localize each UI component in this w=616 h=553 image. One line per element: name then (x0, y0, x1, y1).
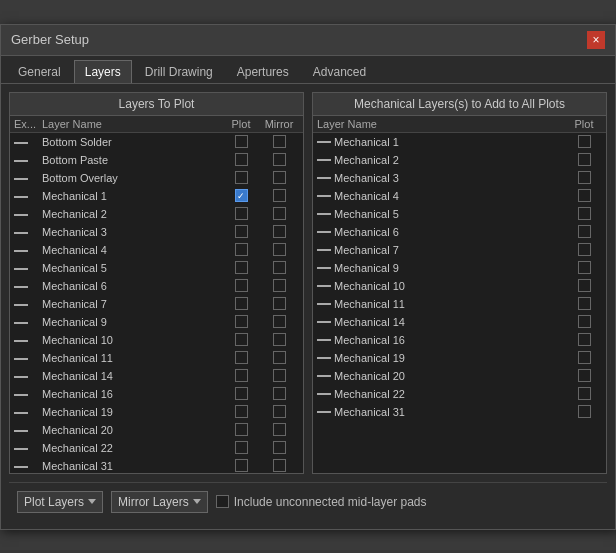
right-layer-plot-cell[interactable] (566, 279, 602, 292)
layer-plot-checkbox[interactable] (235, 189, 248, 202)
left-layer-row[interactable]: Mechanical 1 (10, 187, 303, 205)
left-layer-row[interactable]: Mechanical 7 (10, 295, 303, 313)
right-layer-row[interactable]: Mechanical 14 (313, 313, 606, 331)
layer-mirror-cell[interactable] (259, 153, 299, 166)
layer-plot-cell[interactable] (223, 225, 259, 238)
right-layer-plot-checkbox[interactable] (578, 207, 591, 220)
right-layer-plot-checkbox[interactable] (578, 387, 591, 400)
layer-mirror-cell[interactable] (259, 207, 299, 220)
left-layer-row[interactable]: Mechanical 20 (10, 421, 303, 439)
left-layer-row[interactable]: Mechanical 31 (10, 457, 303, 473)
left-layer-row[interactable]: Bottom Overlay (10, 169, 303, 187)
layer-plot-cell[interactable] (223, 189, 259, 202)
left-layer-row[interactable]: Mechanical 9 (10, 313, 303, 331)
layer-mirror-checkbox[interactable] (273, 459, 286, 472)
left-layer-row[interactable]: Mechanical 14 (10, 367, 303, 385)
right-layer-plot-cell[interactable] (566, 387, 602, 400)
right-layer-plot-cell[interactable] (566, 189, 602, 202)
right-layer-plot-checkbox[interactable] (578, 153, 591, 166)
layer-mirror-cell[interactable] (259, 135, 299, 148)
layer-plot-checkbox[interactable] (235, 387, 248, 400)
right-layer-plot-checkbox[interactable] (578, 279, 591, 292)
layer-mirror-checkbox[interactable] (273, 441, 286, 454)
layer-mirror-cell[interactable] (259, 351, 299, 364)
right-layer-row[interactable]: Mechanical 3 (313, 169, 606, 187)
layer-mirror-checkbox[interactable] (273, 279, 286, 292)
layer-mirror-checkbox[interactable] (273, 315, 286, 328)
layer-mirror-checkbox[interactable] (273, 135, 286, 148)
right-layer-row[interactable]: Mechanical 20 (313, 367, 606, 385)
layer-mirror-checkbox[interactable] (273, 171, 286, 184)
layer-mirror-cell[interactable] (259, 189, 299, 202)
layer-mirror-checkbox[interactable] (273, 405, 286, 418)
layer-plot-cell[interactable] (223, 387, 259, 400)
left-layer-row[interactable]: Mechanical 5 (10, 259, 303, 277)
layer-mirror-cell[interactable] (259, 369, 299, 382)
layer-mirror-cell[interactable] (259, 333, 299, 346)
layer-plot-checkbox[interactable] (235, 351, 248, 364)
layer-plot-checkbox[interactable] (235, 423, 248, 436)
layer-mirror-cell[interactable] (259, 423, 299, 436)
right-layer-plot-cell[interactable] (566, 261, 602, 274)
layer-mirror-cell[interactable] (259, 279, 299, 292)
layer-plot-cell[interactable] (223, 423, 259, 436)
layer-mirror-checkbox[interactable] (273, 207, 286, 220)
left-layer-row[interactable]: Mechanical 6 (10, 277, 303, 295)
layer-plot-checkbox[interactable] (235, 135, 248, 148)
layer-plot-cell[interactable] (223, 441, 259, 454)
right-layer-plot-checkbox[interactable] (578, 405, 591, 418)
left-layer-row[interactable]: Mechanical 4 (10, 241, 303, 259)
left-layer-row[interactable]: Mechanical 16 (10, 385, 303, 403)
right-layer-row[interactable]: Mechanical 6 (313, 223, 606, 241)
include-unconnected-checkbox[interactable] (216, 495, 229, 508)
right-layer-plot-checkbox[interactable] (578, 333, 591, 346)
right-layer-row[interactable]: Mechanical 22 (313, 385, 606, 403)
right-layer-plot-cell[interactable] (566, 405, 602, 418)
right-layer-row[interactable]: Mechanical 5 (313, 205, 606, 223)
layer-mirror-cell[interactable] (259, 387, 299, 400)
right-layer-plot-cell[interactable] (566, 369, 602, 382)
right-layer-row[interactable]: Mechanical 4 (313, 187, 606, 205)
layer-plot-checkbox[interactable] (235, 225, 248, 238)
layer-plot-checkbox[interactable] (235, 369, 248, 382)
right-layer-plot-cell[interactable] (566, 315, 602, 328)
layer-plot-checkbox[interactable] (235, 297, 248, 310)
layer-mirror-checkbox[interactable] (273, 243, 286, 256)
right-layer-plot-checkbox[interactable] (578, 261, 591, 274)
layer-plot-cell[interactable] (223, 279, 259, 292)
layer-plot-cell[interactable] (223, 315, 259, 328)
include-unconnected-label[interactable]: Include unconnected mid-layer pads (216, 495, 427, 509)
plot-layers-button[interactable]: Plot Layers (17, 491, 103, 513)
left-layer-row[interactable]: Mechanical 10 (10, 331, 303, 349)
layer-mirror-cell[interactable] (259, 315, 299, 328)
right-layer-plot-cell[interactable] (566, 153, 602, 166)
layer-plot-checkbox[interactable] (235, 243, 248, 256)
left-layer-row[interactable]: Bottom Solder (10, 133, 303, 151)
layer-mirror-checkbox[interactable] (273, 423, 286, 436)
right-layer-row[interactable]: Mechanical 19 (313, 349, 606, 367)
layer-plot-checkbox[interactable] (235, 171, 248, 184)
right-layer-plot-checkbox[interactable] (578, 225, 591, 238)
tab-drill-drawing[interactable]: Drill Drawing (134, 60, 224, 83)
left-layer-row[interactable]: Mechanical 11 (10, 349, 303, 367)
layer-plot-cell[interactable] (223, 153, 259, 166)
right-layer-plot-checkbox[interactable] (578, 189, 591, 202)
right-layer-plot-checkbox[interactable] (578, 297, 591, 310)
layer-mirror-cell[interactable] (259, 225, 299, 238)
layer-plot-checkbox[interactable] (235, 459, 248, 472)
layer-plot-cell[interactable] (223, 135, 259, 148)
layer-mirror-cell[interactable] (259, 243, 299, 256)
right-layer-plot-checkbox[interactable] (578, 369, 591, 382)
tab-apertures[interactable]: Apertures (226, 60, 300, 83)
layer-plot-checkbox[interactable] (235, 441, 248, 454)
tab-advanced[interactable]: Advanced (302, 60, 377, 83)
layer-plot-checkbox[interactable] (235, 279, 248, 292)
right-layer-plot-cell[interactable] (566, 135, 602, 148)
right-layer-plot-cell[interactable] (566, 297, 602, 310)
right-layer-plot-cell[interactable] (566, 333, 602, 346)
layer-mirror-cell[interactable] (259, 261, 299, 274)
layer-plot-checkbox[interactable] (235, 261, 248, 274)
layer-plot-checkbox[interactable] (235, 405, 248, 418)
layer-mirror-cell[interactable] (259, 441, 299, 454)
right-layer-plot-cell[interactable] (566, 207, 602, 220)
